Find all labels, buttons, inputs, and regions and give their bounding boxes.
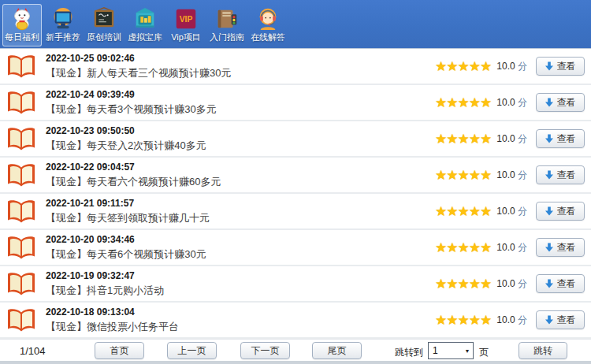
open-book-icon [6,162,36,188]
score-value: 10.0 [496,206,515,217]
star-rating: ★★★★★ [435,169,491,182]
item-title: 【现金】每天登入2次预计赚40多元 [46,139,435,153]
view-button-label: 查看 [557,205,576,218]
download-arrow-icon [545,206,553,216]
next-page-button[interactable]: 下一页 [240,342,290,359]
lucky-cat-icon [9,6,35,32]
dropdown-arrow-icon: ▼ [462,348,473,354]
view-button[interactable]: 查看 [536,202,585,221]
item-text: 2022-10-20 09:34:46 【现金】每天看6个视频预计赚30元 [46,234,435,262]
view-button[interactable]: 查看 [536,238,585,257]
nav-item-label: 每日福利 [5,32,39,43]
view-button[interactable]: 查看 [536,274,585,293]
nav-item-original-training[interactable]: 原创培训 [84,4,124,46]
star-rating: ★★★★★ [435,277,491,291]
view-button-label: 查看 [557,314,576,327]
item-title: 【现金】每天看3个视频预计赚30多元 [46,102,435,117]
item-score: 10.0 分 [496,205,527,218]
item-actions: ★★★★★ 10.0 分 查看 [435,238,585,257]
item-date: 2022-10-25 09:02:46 [46,53,435,64]
download-list: 2022-10-25 09:02:46 【现金】新人每天看三个视频预计赚30元 … [0,49,591,339]
nav-item-beginner-guide[interactable]: 入门指南 [207,4,247,46]
prev-page-button[interactable]: 上一页 [167,342,217,359]
list-item[interactable]: 2022-10-24 09:39:49 【现金】每天看3个视频预计赚30多元 ★… [0,85,591,121]
item-text: 2022-10-18 09:13:04 【现金】微信投票小任务平台 [46,306,435,334]
item-score: 10.0 分 [496,169,527,182]
item-text: 2022-10-21 09:11:57 【现金】每天签到领取预计赚几十元 [46,198,435,225]
list-item[interactable]: 2022-10-21 09:11:57 【现金】每天签到领取预计赚几十元 ★★★… [0,194,591,230]
pagination-bar: 1/104 首页 上一页 下一页 尾页 跳转到 1 ▼ 页 跳转 [0,339,591,361]
score-value: 10.0 [496,169,515,180]
jump-to-label: 跳转到 [395,346,423,359]
page-indicator: 1/104 [20,345,46,357]
item-score: 10.0 分 [496,96,527,110]
last-page-button[interactable]: 尾页 [312,342,362,359]
item-score: 10.0 分 [496,277,527,291]
item-actions: ★★★★★ 10.0 分 查看 [435,310,585,329]
jump-button[interactable]: 跳转 [519,342,567,359]
nav-item-daily-welfare[interactable]: 每日福利 [2,4,42,46]
item-actions: ★★★★★ 10.0 分 查看 [435,202,585,221]
open-book-icon [6,126,36,151]
item-text: 2022-10-23 09:50:50 【现金】每天登入2次预计赚40多元 [46,125,435,153]
vip-badge-icon: VIP [173,6,199,32]
first-page-button[interactable]: 首页 [95,342,144,359]
top-toolbar: 每日福利 新手推荐 原创培训 [0,0,591,49]
item-actions: ★★★★★ 10.0 分 查看 [435,57,585,76]
list-item[interactable]: 2022-10-22 09:04:57 【现金】每天看六个视频预计赚60多元 ★… [0,158,591,194]
headset-agent-icon [255,6,281,32]
nav-item-online-support[interactable]: 在线解答 [248,4,288,46]
guidebook-icon [214,6,240,32]
item-score: 10.0 分 [496,60,527,73]
item-score: 10.0 分 [496,314,527,327]
star-rating: ★★★★★ [435,241,491,254]
item-title: 【现金】每天看6个视频预计赚30元 [46,247,435,262]
list-item[interactable]: 2022-10-25 09:02:46 【现金】新人每天看三个视频预计赚30元 … [0,49,591,85]
score-value: 10.0 [496,133,515,144]
score-unit: 分 [518,97,527,108]
open-book-icon [6,271,36,296]
monitor-icon [50,6,76,32]
download-arrow-icon [545,243,553,252]
list-item[interactable]: 2022-10-18 09:13:04 【现金】微信投票小任务平台 ★★★★★ … [0,303,591,339]
nav-item-label: Vip项目 [171,32,201,43]
download-arrow-icon [545,279,553,288]
view-button-label: 查看 [557,60,576,73]
score-unit: 分 [518,169,527,180]
open-book-icon [6,199,36,224]
download-arrow-icon [545,134,553,143]
open-book-icon [6,307,36,332]
item-text: 2022-10-19 09:32:47 【现金】抖音1元购小活动 [46,270,435,298]
list-item[interactable]: 2022-10-23 09:50:50 【现金】每天登入2次预计赚40多元 ★★… [0,121,591,158]
view-button[interactable]: 查看 [536,93,585,112]
item-date: 2022-10-20 09:34:46 [46,234,435,245]
item-date: 2022-10-23 09:50:50 [46,125,435,136]
open-book-icon [6,90,36,115]
score-unit: 分 [518,278,527,289]
page-number-select[interactable]: 1 ▼ [428,342,474,359]
score-unit: 分 [518,206,527,217]
nav-item-virtual-treasury[interactable]: 虚拟宝库 [125,4,165,46]
item-score: 10.0 分 [496,132,527,146]
view-button[interactable]: 查看 [536,57,585,76]
score-value: 10.0 [496,314,515,325]
view-button[interactable]: 查看 [536,310,585,329]
item-actions: ★★★★★ 10.0 分 查看 [435,274,585,293]
list-item[interactable]: 2022-10-20 09:34:46 【现金】每天看6个视频预计赚30元 ★★… [0,230,591,266]
svg-text:VIP: VIP [180,15,193,24]
nav-item-newbie-recommend[interactable]: 新手推荐 [43,4,83,46]
download-arrow-icon [545,61,553,71]
view-button[interactable]: 查看 [536,129,585,148]
nav-item-vip-projects[interactable]: VIP Vip项目 [166,4,206,46]
item-text: 2022-10-25 09:02:46 【现金】新人每天看三个视频预计赚30元 [46,53,435,80]
score-value: 10.0 [496,242,515,253]
item-date: 2022-10-21 09:11:57 [46,198,435,209]
star-rating: ★★★★★ [435,132,491,146]
nav-item-label: 虚拟宝库 [128,32,162,43]
item-score: 10.0 分 [496,241,527,254]
score-unit: 分 [518,133,527,144]
nav-item-label: 在线解答 [251,32,285,43]
view-button[interactable]: 查看 [536,165,585,184]
item-date: 2022-10-24 09:39:49 [46,89,435,100]
list-item[interactable]: 2022-10-19 09:32:47 【现金】抖音1元购小活动 ★★★★★ 1… [0,266,591,303]
